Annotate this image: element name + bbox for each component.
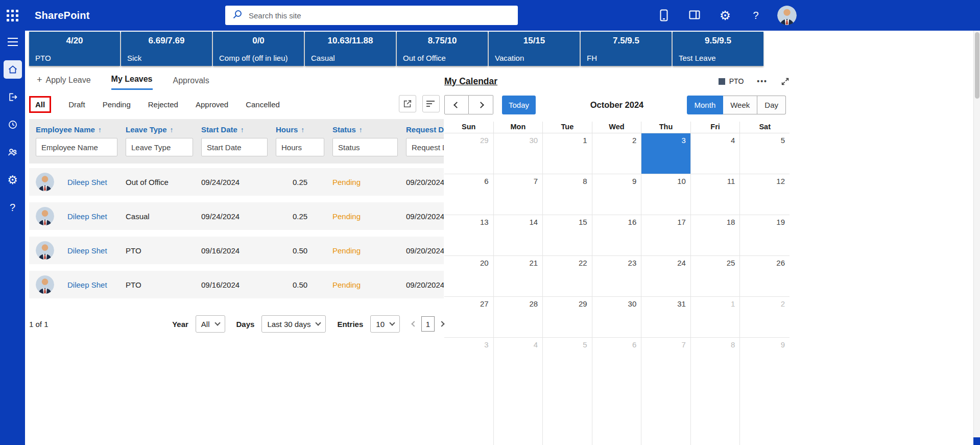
- column-header-hours[interactable]: Hours↑: [276, 124, 332, 138]
- calendar-day[interactable]: 4: [494, 338, 543, 445]
- calendar-day[interactable]: 2: [740, 297, 790, 338]
- vertical-scrollbar[interactable]: [973, 31, 980, 445]
- calendar-day[interactable]: 12: [740, 174, 790, 215]
- view-week-button[interactable]: Week: [723, 96, 757, 114]
- calendar-day[interactable]: 30: [592, 297, 642, 338]
- side-panel-icon[interactable]: [685, 6, 704, 25]
- calendar-day[interactable]: 29: [543, 297, 592, 338]
- employee-name-link[interactable]: Dileep Shet: [67, 212, 107, 221]
- filter-input-request-date[interactable]: [406, 138, 444, 156]
- mobile-device-icon[interactable]: [655, 6, 673, 25]
- filter-input-status[interactable]: [332, 138, 398, 156]
- filter-input-hours[interactable]: [276, 138, 324, 156]
- people-icon[interactable]: [4, 143, 22, 161]
- column-header-leave-type[interactable]: Leave Type↑: [126, 124, 201, 138]
- calendar-day[interactable]: 17: [641, 215, 691, 256]
- calendar-day[interactable]: 7: [641, 338, 691, 445]
- employee-name-link[interactable]: Dileep Shet: [67, 280, 107, 289]
- calendar-day[interactable]: 31: [641, 297, 691, 338]
- calendar-day[interactable]: 9: [740, 338, 790, 445]
- current-page[interactable]: 1: [421, 316, 435, 332]
- calendar-day[interactable]: 11: [691, 174, 740, 215]
- days-dropdown[interactable]: Last 30 days: [261, 315, 326, 333]
- table-row[interactable]: Dileep ShetCasual09/24/20240.25Pending09…: [29, 202, 444, 230]
- calendar-next-button[interactable]: [469, 95, 493, 114]
- table-row[interactable]: Dileep ShetPTO09/16/20240.50Pending09/20…: [29, 237, 444, 264]
- calendar-day[interactable]: 10: [641, 174, 691, 215]
- calendar-day[interactable]: 15: [543, 215, 592, 256]
- filter-pending[interactable]: Pending: [103, 97, 131, 112]
- calendar-day[interactable]: 13: [444, 215, 494, 256]
- prev-page-button[interactable]: [412, 322, 416, 326]
- help-icon[interactable]: ?: [747, 6, 765, 25]
- calendar-day[interactable]: 7: [494, 174, 543, 215]
- calendar-day[interactable]: 16: [592, 215, 642, 256]
- calendar-day[interactable]: 6: [592, 338, 642, 445]
- calendar-day[interactable]: 1: [543, 133, 592, 174]
- next-page-button[interactable]: [440, 322, 444, 326]
- calendar-day[interactable]: 9: [592, 174, 642, 215]
- list-view-button[interactable]: [422, 95, 440, 112]
- expand-icon[interactable]: [781, 77, 790, 86]
- sidebar-help-icon[interactable]: ?: [4, 198, 22, 217]
- calendar-day[interactable]: 14: [494, 215, 543, 256]
- employee-name-link[interactable]: Dileep Shet: [67, 178, 107, 186]
- calendar-day[interactable]: 4: [691, 133, 740, 174]
- table-row[interactable]: Dileep ShetPTO09/16/20240.50Pending09/20…: [29, 271, 444, 298]
- filter-cancelled[interactable]: Cancelled: [246, 97, 280, 112]
- employee-name-link[interactable]: Dileep Shet: [67, 246, 107, 255]
- calendar-day[interactable]: 27: [444, 297, 494, 338]
- history-icon[interactable]: [4, 115, 22, 134]
- calendar-day[interactable]: 3: [444, 338, 494, 445]
- filter-rejected[interactable]: Rejected: [148, 97, 178, 112]
- calendar-day[interactable]: 24: [641, 256, 691, 297]
- calendar-day[interactable]: 23: [592, 256, 642, 297]
- calendar-title[interactable]: My Calendar: [444, 76, 497, 87]
- home-icon[interactable]: [4, 60, 22, 79]
- calendar-day[interactable]: 18: [691, 215, 740, 256]
- calendar-day-selected[interactable]: 3: [641, 133, 691, 174]
- calendar-day[interactable]: 8: [691, 338, 740, 445]
- settings-icon[interactable]: ⚙: [4, 171, 22, 189]
- open-in-new-button[interactable]: [399, 95, 416, 112]
- calendar-day[interactable]: 5: [740, 133, 790, 174]
- calendar-day[interactable]: 25: [691, 256, 740, 297]
- calendar-day[interactable]: 30: [494, 133, 543, 174]
- calendar-day[interactable]: 20: [444, 256, 494, 297]
- column-header-request-date[interactable]: Request Date↑: [406, 124, 444, 138]
- user-avatar[interactable]: [777, 6, 797, 25]
- filter-draft[interactable]: Draft: [68, 97, 85, 112]
- year-dropdown[interactable]: All: [196, 315, 225, 333]
- calendar-prev-button[interactable]: [444, 95, 469, 114]
- calendar-day[interactable]: 26: [740, 256, 790, 297]
- signout-icon[interactable]: [4, 88, 22, 106]
- tab-my-leaves[interactable]: My Leaves: [111, 75, 153, 90]
- settings-gear-icon[interactable]: ⚙: [716, 6, 734, 25]
- tab-apply-leave[interactable]: +Apply Leave: [37, 75, 91, 90]
- entries-dropdown[interactable]: 10: [370, 315, 400, 333]
- calendar-day[interactable]: 19: [740, 215, 790, 256]
- today-button[interactable]: Today: [502, 96, 536, 114]
- app-launcher-button[interactable]: [0, 0, 25, 31]
- calendar-day[interactable]: 2: [592, 133, 642, 174]
- more-options-icon[interactable]: •••: [757, 77, 768, 85]
- calendar-day[interactable]: 29: [444, 133, 494, 174]
- tab-approvals[interactable]: Approvals: [173, 76, 209, 90]
- view-day-button[interactable]: Day: [757, 96, 786, 114]
- calendar-day[interactable]: 21: [494, 256, 543, 297]
- table-row[interactable]: Dileep ShetOut of Office09/24/20240.25Pe…: [29, 168, 444, 196]
- calendar-day[interactable]: 22: [543, 256, 592, 297]
- column-header-start-date[interactable]: Start Date↑: [201, 124, 276, 138]
- search-input[interactable]: [249, 11, 511, 20]
- calendar-day[interactable]: 1: [691, 297, 740, 338]
- calendar-day[interactable]: 5: [543, 338, 592, 445]
- filter-input-employee-name[interactable]: [36, 138, 117, 156]
- calendar-day[interactable]: 28: [494, 297, 543, 338]
- calendar-day[interactable]: 8: [543, 174, 592, 215]
- filter-all[interactable]: All: [29, 96, 51, 113]
- filter-approved[interactable]: Approved: [196, 97, 228, 112]
- search-box[interactable]: [225, 6, 518, 25]
- filter-input-start-date[interactable]: [201, 138, 268, 156]
- filter-input-leave-type[interactable]: [126, 138, 193, 156]
- column-header-employee-name[interactable]: Employee Name↑: [36, 124, 126, 138]
